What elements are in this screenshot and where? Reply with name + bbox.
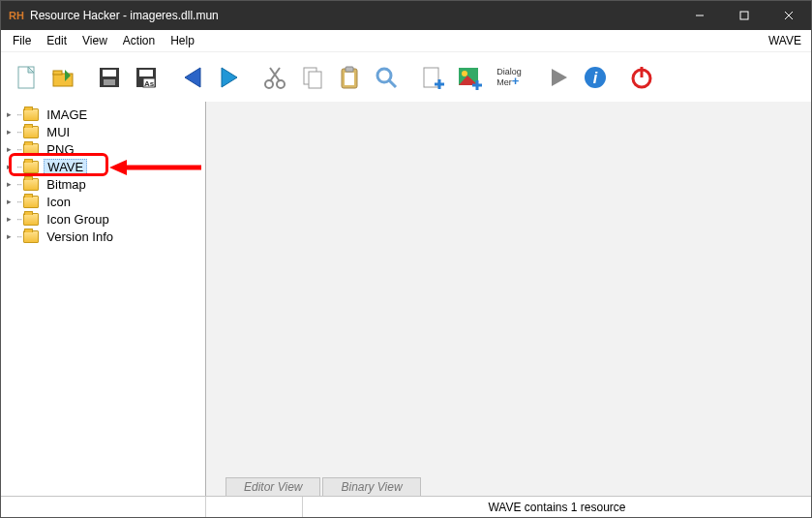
svg-rect-23 xyxy=(309,72,321,88)
svg-line-28 xyxy=(389,80,396,87)
svg-text:i: i xyxy=(593,70,598,86)
svg-marker-16 xyxy=(185,68,200,87)
svg-point-21 xyxy=(277,80,285,88)
statusbar: WAVE contains 1 resource xyxy=(1,496,811,517)
folder-icon xyxy=(23,108,39,121)
resource-tree[interactable]: ▸···IMAGE ▸···MUI ▸···PNG ▸···WAVE ▸···B… xyxy=(1,102,206,496)
chevron-right-icon: ▸ xyxy=(7,127,16,137)
find-button[interactable] xyxy=(369,60,404,95)
play-button[interactable] xyxy=(541,60,576,95)
chevron-right-icon: ▸ xyxy=(7,197,16,206)
new-button[interactable] xyxy=(9,60,44,95)
svg-rect-11 xyxy=(104,79,115,85)
svg-text:As: As xyxy=(144,79,155,88)
back-button[interactable] xyxy=(175,60,210,95)
menu-action[interactable]: Action xyxy=(115,32,163,49)
close-button[interactable] xyxy=(767,1,811,30)
content-pane: Editor View Binary View xyxy=(206,102,811,496)
folder-icon xyxy=(23,230,39,243)
app-logo-icon: RH xyxy=(9,8,24,23)
tree-item-png[interactable]: ▸···PNG xyxy=(1,140,205,158)
chevron-right-icon: ▸ xyxy=(7,231,16,241)
tree-item-image[interactable]: ▸···IMAGE xyxy=(1,106,205,123)
tree-item-label: Version Info xyxy=(44,229,116,244)
menu-file[interactable]: File xyxy=(5,32,39,49)
open-button[interactable] xyxy=(45,60,80,95)
save-button[interactable] xyxy=(92,60,127,95)
forward-button[interactable] xyxy=(212,60,247,95)
tree-item-bitmap[interactable]: ▸···Bitmap xyxy=(1,175,205,193)
chevron-right-icon: ▸ xyxy=(7,109,16,119)
app-window: RH Resource Hacker - imageres.dll.mun Fi… xyxy=(0,0,812,518)
titlebar: RH Resource Hacker - imageres.dll.mun xyxy=(1,1,811,30)
folder-icon xyxy=(23,213,39,226)
folder-icon xyxy=(23,178,39,191)
toolbar: As DialogMer+ i xyxy=(1,51,811,102)
tree-item-wave[interactable]: ▸···WAVE xyxy=(1,158,205,175)
folder-icon xyxy=(23,161,39,173)
save-as-button[interactable]: As xyxy=(129,60,164,95)
tree-item-mui[interactable]: ▸···MUI xyxy=(1,123,205,140)
context-label: WAVE xyxy=(768,34,801,47)
svg-point-34 xyxy=(462,71,467,76)
tree-item-label: PNG xyxy=(44,142,76,157)
add-image-button[interactable] xyxy=(452,60,487,95)
tree-item-label: Icon Group xyxy=(44,212,111,227)
tree-item-label: Bitmap xyxy=(44,177,88,192)
svg-marker-38 xyxy=(552,69,567,86)
svg-rect-26 xyxy=(345,73,354,85)
svg-rect-1 xyxy=(740,12,748,19)
tab-binary-view[interactable]: Binary View xyxy=(322,477,420,496)
view-tabs: Editor View Binary View xyxy=(226,477,423,496)
tree-item-icon[interactable]: ▸···Icon xyxy=(1,193,205,210)
tab-editor-view[interactable]: Editor View xyxy=(226,477,320,496)
paste-button[interactable] xyxy=(332,60,367,95)
copy-button[interactable] xyxy=(295,60,330,95)
cut-button[interactable] xyxy=(258,60,293,95)
statusbar-spacer xyxy=(206,497,303,517)
svg-marker-17 xyxy=(222,68,237,87)
maximize-button[interactable] xyxy=(722,1,767,30)
menubar: File Edit View Action Help WAVE xyxy=(1,30,811,51)
info-button[interactable]: i xyxy=(578,60,613,95)
tree-item-label: Icon xyxy=(44,195,74,209)
svg-point-20 xyxy=(265,80,273,88)
chevron-right-icon: ▸ xyxy=(7,162,16,171)
statusbar-left xyxy=(1,497,206,517)
tree-item-version-info[interactable]: ▸···Version Info xyxy=(1,228,205,245)
folder-icon xyxy=(23,143,39,156)
svg-rect-13 xyxy=(139,70,153,76)
dialog-merge-button[interactable]: DialogMer+ xyxy=(489,60,529,95)
folder-icon xyxy=(23,126,39,138)
menu-edit[interactable]: Edit xyxy=(39,32,75,49)
tree-item-label: IMAGE xyxy=(44,107,90,122)
tree-item-icon-group[interactable]: ▸···Icon Group xyxy=(1,210,205,228)
chevron-right-icon: ▸ xyxy=(7,144,16,154)
minimize-button[interactable] xyxy=(677,1,722,30)
power-button[interactable] xyxy=(624,60,659,95)
window-controls xyxy=(677,1,811,30)
window-title: Resource Hacker - imageres.dll.mun xyxy=(30,9,677,22)
add-resource-button[interactable] xyxy=(415,60,450,95)
statusbar-message: WAVE contains 1 resource xyxy=(303,497,811,517)
menu-view[interactable]: View xyxy=(75,32,115,49)
chevron-right-icon: ▸ xyxy=(7,214,16,224)
svg-rect-7 xyxy=(53,71,62,75)
folder-icon xyxy=(23,196,39,208)
chevron-right-icon: ▸ xyxy=(7,179,16,189)
svg-rect-25 xyxy=(346,67,353,72)
tree-item-label: WAVE xyxy=(44,159,87,175)
client-area: ▸···IMAGE ▸···MUI ▸···PNG ▸···WAVE ▸···B… xyxy=(1,102,811,496)
svg-rect-10 xyxy=(103,70,116,76)
menu-help[interactable]: Help xyxy=(163,32,202,49)
tree-item-label: MUI xyxy=(44,125,73,139)
svg-point-27 xyxy=(377,69,391,82)
